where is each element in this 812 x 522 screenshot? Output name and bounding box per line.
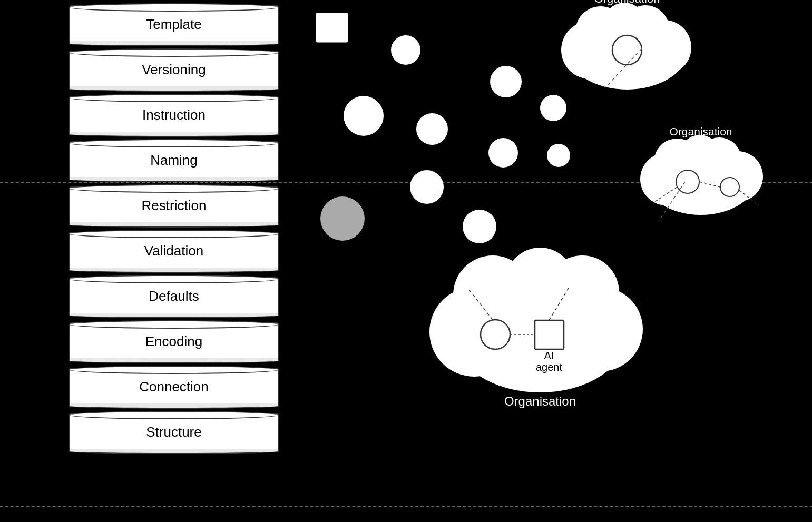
svg-point-4 <box>490 66 522 97</box>
org1-cloud: Organisation <box>561 0 691 90</box>
svg-point-9 <box>320 196 365 241</box>
cylinder-label-encoding: Encoding <box>145 333 202 350</box>
svg-point-3 <box>416 113 448 145</box>
cylinder-naming: Naming <box>69 141 279 179</box>
svg-point-5 <box>540 95 566 121</box>
svg-point-16 <box>603 3 645 45</box>
cylinder-label-versioning: Versioning <box>142 62 206 78</box>
cylinder-label-connection: Connection <box>139 379 209 395</box>
cylinder-label-template: Template <box>146 16 202 33</box>
svg-point-24 <box>680 135 719 174</box>
svg-point-6 <box>488 138 518 168</box>
cylinder-restriction: Restriction <box>69 186 279 224</box>
svg-text:Organisation: Organisation <box>594 0 660 5</box>
cylinder-label-validation: Validation <box>144 243 203 259</box>
svg-point-1 <box>391 35 420 65</box>
cylinder-encoding: Encoding <box>69 322 279 360</box>
svg-text:Organisation: Organisation <box>669 125 732 137</box>
svg-rect-0 <box>316 13 348 42</box>
stack-container: TemplateVersioningInstructionNamingRestr… <box>69 5 279 458</box>
svg-text:agent: agent <box>536 361 562 373</box>
cylinder-validation: Validation <box>69 232 279 270</box>
cylinder-label-structure: Structure <box>146 424 202 440</box>
cylinder-label-restriction: Restriction <box>142 198 207 214</box>
cylinder-instruction: Instruction <box>69 96 279 134</box>
svg-point-36 <box>506 248 574 316</box>
cylinder-label-naming: Naming <box>150 152 198 169</box>
cylinder-defaults: Defaults <box>69 277 279 315</box>
svg-point-8 <box>410 170 444 204</box>
svg-text:AI: AI <box>544 350 554 361</box>
cylinder-label-defaults: Defaults <box>149 288 199 304</box>
svg-point-10 <box>463 210 496 243</box>
cylinder-structure: Structure <box>69 413 279 451</box>
svg-point-7 <box>547 144 570 167</box>
cylinder-versioning: Versioning <box>69 51 279 88</box>
cylinder-connection: Connection <box>69 368 279 406</box>
org3-cloud: AI agent Organisation <box>429 248 643 408</box>
svg-point-2 <box>344 96 384 136</box>
org2-cloud: Organisation <box>640 125 763 215</box>
cylinder-label-instruction: Instruction <box>142 107 206 123</box>
svg-text:Organisation: Organisation <box>504 394 576 408</box>
cylinder-template: Template <box>69 5 279 43</box>
right-diagram: Organisation Organisation AI agen <box>300 0 811 522</box>
